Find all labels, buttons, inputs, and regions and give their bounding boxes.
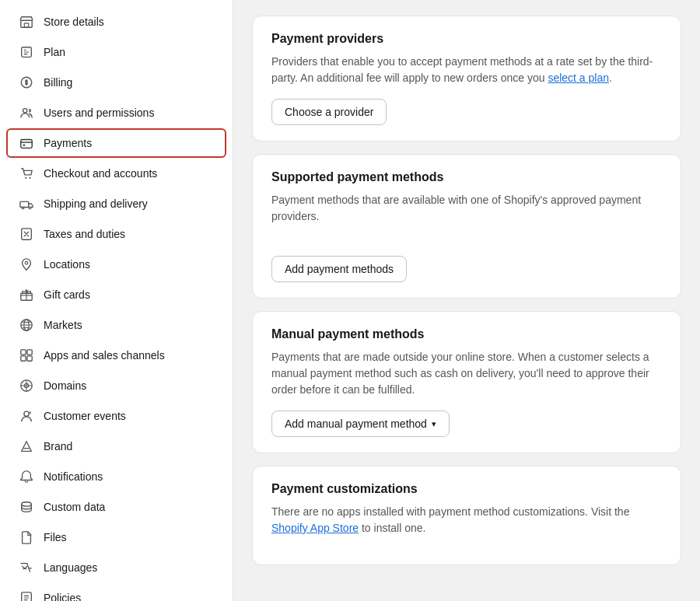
sidebar-item-languages-label: Languages <box>44 561 97 574</box>
sidebar-item-plan[interactable]: Plan <box>6 37 226 67</box>
sidebar-item-gift-cards[interactable]: Gift cards <box>6 280 226 309</box>
sidebar-item-checkout[interactable]: Checkout and accounts <box>6 159 226 188</box>
payment-providers-card: Payment providers Providers that enable … <box>252 16 681 142</box>
choose-provider-button[interactable]: Choose a provider <box>271 99 387 125</box>
sidebar-item-gift-cards-label: Gift cards <box>44 288 90 301</box>
sidebar-item-domains-label: Domains <box>44 379 86 392</box>
select-plan-link[interactable]: select a plan <box>548 72 609 84</box>
sidebar-item-store-details-label: Store details <box>44 16 104 28</box>
sidebar-item-taxes-label: Taxes and duties <box>44 228 125 240</box>
sidebar-item-customer-events[interactable]: Customer events <box>6 401 226 431</box>
payments-icon <box>19 135 34 151</box>
sidebar-item-billing[interactable]: Billing <box>6 68 226 97</box>
sidebar-item-custom-data-label: Custom data <box>44 501 105 513</box>
sidebar-item-policies[interactable]: Policies <box>6 583 226 601</box>
sidebar-item-users-permissions[interactable]: Users and permissions <box>6 98 226 128</box>
shipping-icon <box>19 196 34 211</box>
sidebar-item-domains[interactable]: Domains <box>6 371 226 400</box>
sidebar-item-files-label: Files <box>44 531 67 543</box>
payment-customizations-desc: There are no apps installed with payment… <box>271 504 662 536</box>
files-icon <box>19 529 34 545</box>
sidebar-item-users-label: Users and permissions <box>44 107 154 119</box>
markets-icon <box>19 317 34 333</box>
sidebar: Store details Plan Billing Users and per… <box>0 0 233 601</box>
sidebar-item-locations-label: Locations <box>44 258 90 271</box>
sidebar-item-apps-label: Apps and sales channels <box>44 349 165 362</box>
gift-icon <box>19 287 34 302</box>
plan-icon <box>19 44 34 60</box>
svg-point-7 <box>25 177 26 179</box>
svg-rect-21 <box>27 356 32 361</box>
svg-rect-0 <box>21 20 32 27</box>
sidebar-item-billing-label: Billing <box>44 76 72 89</box>
custom-data-icon <box>19 499 34 515</box>
supported-payment-methods-title: Supported payment methods <box>271 170 662 184</box>
checkout-icon <box>19 166 34 181</box>
svg-point-4 <box>23 109 27 113</box>
manual-payment-methods-desc: Payments that are made outside your onli… <box>271 349 662 398</box>
notifications-icon <box>19 469 34 484</box>
taxes-icon <box>19 226 34 242</box>
locations-icon <box>19 257 34 272</box>
shopify-app-store-link[interactable]: Shopify App Store <box>271 522 359 534</box>
sidebar-item-customer-events-label: Customer events <box>44 410 126 422</box>
sidebar-item-plan-label: Plan <box>44 46 65 58</box>
sidebar-item-languages[interactable]: Languages <box>6 553 226 582</box>
sidebar-item-files[interactable]: Files <box>6 522 226 552</box>
sidebar-item-markets-label: Markets <box>44 319 82 331</box>
svg-point-25 <box>22 502 32 506</box>
sidebar-item-policies-label: Policies <box>44 592 81 601</box>
sidebar-item-custom-data[interactable]: Custom data <box>6 492 226 522</box>
apps-icon <box>19 348 34 363</box>
sidebar-item-payments[interactable]: Payments <box>6 128 226 158</box>
svg-point-8 <box>29 177 30 179</box>
store-icon <box>19 14 34 30</box>
domains-icon <box>19 378 34 393</box>
brand-icon <box>19 439 34 454</box>
sidebar-item-notifications-label: Notifications <box>44 470 103 483</box>
supported-payment-methods-card: Supported payment methods Payment method… <box>252 154 681 299</box>
sidebar-item-store-details[interactable]: Store details <box>6 7 226 37</box>
sidebar-item-markets[interactable]: Markets <box>6 310 226 340</box>
main-content: Payment providers Providers that enable … <box>233 0 700 601</box>
svg-point-10 <box>22 207 24 209</box>
sidebar-item-brand-label: Brand <box>44 440 72 452</box>
svg-point-11 <box>29 207 31 209</box>
policies-icon <box>19 590 34 601</box>
svg-rect-18 <box>21 350 26 355</box>
svg-rect-19 <box>27 350 32 355</box>
svg-point-13 <box>25 261 28 264</box>
users-icon <box>19 105 34 121</box>
supported-payment-methods-desc: Payment methods that are available with … <box>271 192 662 225</box>
svg-rect-20 <box>21 356 26 361</box>
svg-point-24 <box>24 411 29 416</box>
svg-rect-5 <box>21 140 32 149</box>
languages-icon <box>19 560 34 575</box>
billing-icon <box>19 75 34 90</box>
sidebar-item-payments-label: Payments <box>44 137 92 149</box>
svg-rect-1 <box>24 23 28 27</box>
payment-providers-desc: Providers that enable you to accept paym… <box>271 54 662 86</box>
customer-events-icon <box>19 408 34 424</box>
payment-providers-title: Payment providers <box>271 32 662 46</box>
sidebar-item-checkout-label: Checkout and accounts <box>44 167 157 180</box>
sidebar-item-shipping[interactable]: Shipping and delivery <box>6 189 226 218</box>
sidebar-item-locations[interactable]: Locations <box>6 250 226 279</box>
sidebar-item-notifications[interactable]: Notifications <box>6 462 226 491</box>
svg-rect-6 <box>23 145 26 146</box>
manual-payment-methods-card: Manual payment methods Payments that are… <box>252 311 681 453</box>
sidebar-item-shipping-label: Shipping and delivery <box>44 197 148 210</box>
add-payment-methods-button[interactable]: Add payment methods <box>271 256 407 282</box>
payment-customizations-card: Payment customizations There are no apps… <box>252 466 681 565</box>
sidebar-item-taxes[interactable]: Taxes and duties <box>6 219 226 249</box>
sidebar-item-apps[interactable]: Apps and sales channels <box>6 341 226 370</box>
payment-customizations-title: Payment customizations <box>271 482 662 496</box>
add-manual-payment-button[interactable]: Add manual payment method ▾ <box>271 411 450 437</box>
sidebar-item-brand[interactable]: Brand <box>6 432 226 461</box>
svg-rect-9 <box>20 201 29 207</box>
manual-payment-methods-title: Manual payment methods <box>271 327 662 341</box>
dropdown-chevron-icon: ▾ <box>432 419 436 429</box>
